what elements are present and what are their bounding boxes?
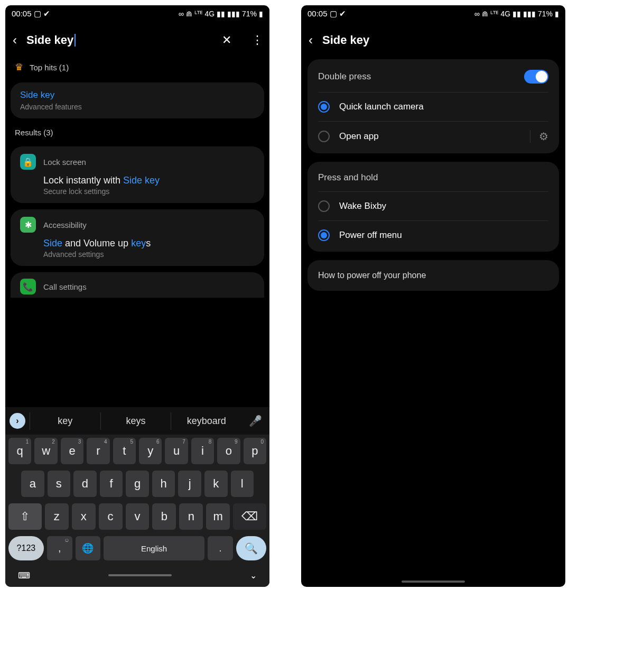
key-v[interactable]: v [126, 503, 150, 530]
home-indicator[interactable] [108, 574, 172, 576]
top-hit-title: Side key [20, 90, 255, 100]
key-y[interactable]: y6 [139, 438, 162, 464]
radio-unchecked[interactable] [318, 200, 330, 212]
key-x[interactable]: x [72, 503, 96, 530]
key-row: q1w2e3r4t5y6u7i8o9p0 [5, 435, 269, 467]
status-left-icons: ▢ ✔ [330, 9, 346, 18]
back-icon[interactable]: ‹ [309, 33, 313, 48]
radio-checked[interactable] [318, 101, 330, 113]
key-m[interactable]: m [206, 503, 230, 530]
suggestion[interactable]: keys [100, 412, 171, 430]
top-hits-label: Top hits (1) [30, 63, 69, 72]
keyboard-hide-icon[interactable]: ⌄ [250, 570, 257, 581]
help-link-text: How to power off your phone [318, 271, 426, 280]
key-k[interactable]: k [204, 471, 228, 497]
double-press-toggle-row[interactable]: Double press [307, 61, 559, 92]
key-row: asdfghjkl [5, 467, 269, 500]
accessibility-icon: ✱ [20, 217, 36, 233]
key-r[interactable]: r4 [87, 438, 109, 464]
radio-checked[interactable] [318, 229, 330, 241]
more-icon[interactable]: ⋮ [251, 33, 262, 47]
expand-suggestions-icon[interactable]: › [10, 413, 25, 429]
gear-icon[interactable]: ⚙ [530, 130, 548, 143]
result-call-settings[interactable]: 📞 Call settings [11, 272, 264, 298]
key-search[interactable]: 🔍 [236, 536, 266, 560]
back-icon[interactable]: ‹ [13, 33, 17, 48]
key-i[interactable]: i8 [191, 438, 214, 464]
top-hit-card[interactable]: Side key Advanced features [11, 82, 264, 118]
text-cursor [74, 34, 76, 47]
key-comma[interactable]: ,☺ [47, 536, 72, 560]
radio-unchecked[interactable] [318, 131, 330, 142]
key-l[interactable]: l [231, 471, 254, 497]
key-c[interactable]: c [99, 503, 123, 530]
suggestion[interactable]: keyboard [171, 412, 241, 430]
clear-icon[interactable]: ✕ [222, 33, 231, 47]
suggestion-bar: › key keys keyboard 🎤 [5, 407, 269, 435]
top-hit-path: Advanced features [20, 103, 255, 111]
key-j[interactable]: j [178, 471, 201, 497]
key-shift[interactable]: ⇧ [8, 503, 42, 530]
key-d[interactable]: d [73, 471, 97, 497]
key-u[interactable]: u7 [165, 438, 188, 464]
suggestion[interactable]: key [30, 412, 100, 430]
battery-icon: ▮ [259, 10, 263, 18]
key-b[interactable]: b [152, 503, 176, 530]
result-title: Lock instantly with Side key [43, 175, 255, 186]
result-lock-screen[interactable]: 🔒 Lock screen Lock instantly with Side k… [11, 146, 264, 203]
nav-bar: ⌨ ⌄ [5, 564, 269, 587]
option-wake-bixby[interactable]: Wake Bixby [307, 192, 559, 220]
battery-text: 71% [538, 10, 553, 18]
key-n[interactable]: n [179, 503, 203, 530]
status-time: 00:05 [307, 9, 328, 18]
double-press-group: Double press Quick launch camera Open ap… [307, 59, 559, 153]
results-label: Results (3) [15, 128, 53, 137]
result-sub: Advanced settings [43, 250, 255, 259]
press-hold-label-row: Press and hold [307, 164, 559, 191]
lock-icon: 🔒 [20, 154, 36, 170]
key-numbers[interactable]: ?123 [8, 536, 44, 560]
key-row: ⇧zxcvbnm⌫ [5, 500, 269, 533]
option-label: Open app [339, 131, 379, 142]
key-p[interactable]: p0 [244, 438, 266, 464]
result-category: Accessibility [43, 220, 87, 229]
option-label: Power off menu [339, 230, 402, 241]
search-input[interactable]: Side key [26, 33, 212, 47]
group-label: Double press [318, 71, 371, 82]
key-h[interactable]: h [152, 471, 175, 497]
key-lang[interactable]: 🌐 [76, 536, 101, 560]
option-open-app[interactable]: Open app ⚙ [307, 122, 559, 151]
key-z[interactable]: z [45, 503, 69, 530]
key-w[interactable]: w2 [34, 438, 57, 464]
key-e[interactable]: e3 [61, 438, 83, 464]
key-backspace[interactable]: ⌫ [233, 503, 266, 530]
result-accessibility[interactable]: ✱ Accessibility Side and Volume up keys … [11, 209, 264, 266]
phone-search: 00:05 ▢ ✔ ∞ ⋒ ᴸᵀᴱ 4G ▮▮ ▮▮▮ 71%▮ ‹ Side … [5, 5, 269, 587]
key-o[interactable]: o9 [217, 438, 240, 464]
option-label: Quick launch camera [339, 102, 424, 112]
result-category: Lock screen [43, 158, 86, 167]
soft-keyboard: › key keys keyboard 🎤 q1w2e3r4t5y6u7i8o9… [5, 407, 269, 587]
option-quick-launch-camera[interactable]: Quick launch camera [307, 93, 559, 121]
key-s[interactable]: s [48, 471, 71, 497]
key-row-bottom: ?123 ,☺ 🌐 English . 🔍 [5, 533, 269, 564]
key-space[interactable]: English [104, 536, 204, 560]
status-bar: 00:05 ▢ ✔ ∞ ⋒ ᴸᵀᴱ 4G ▮▮ ▮▮▮ 71%▮ [5, 5, 269, 22]
keyboard-switch-icon[interactable]: ⌨ [18, 570, 30, 581]
mic-icon[interactable]: 🎤 [241, 415, 269, 427]
key-a[interactable]: a [21, 471, 44, 497]
result-category: Call settings [43, 282, 87, 291]
key-period[interactable]: . [208, 536, 233, 560]
status-time: 00:05 [12, 9, 32, 18]
key-t[interactable]: t5 [113, 438, 136, 464]
key-q[interactable]: q1 [8, 438, 31, 464]
option-power-off-menu[interactable]: Power off menu [307, 221, 559, 250]
home-indicator[interactable] [402, 581, 465, 583]
help-link[interactable]: How to power off your phone [307, 260, 559, 291]
key-g[interactable]: g [126, 471, 149, 497]
search-value: Side key [26, 33, 73, 47]
group-label: Press and hold [318, 172, 378, 183]
toggle-switch[interactable] [524, 70, 548, 84]
key-f[interactable]: f [100, 471, 123, 497]
battery-icon: ▮ [555, 10, 559, 18]
